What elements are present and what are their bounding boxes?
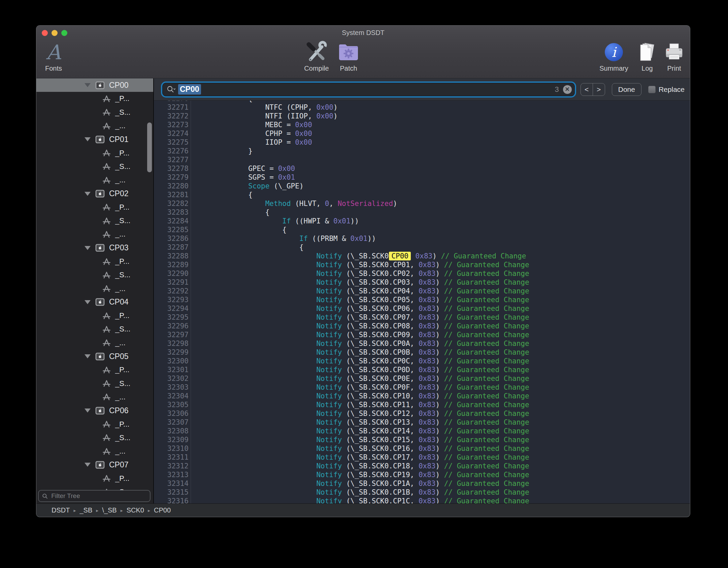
code-line-32315[interactable]: 32315 Notify (\_SB.SCK0.CP1B, 0x83) // G… xyxy=(154,488,690,497)
code-text[interactable]: Notify (\_SB.SCK0.CP1C, 0x83) // Guarant… xyxy=(189,497,529,504)
code-text[interactable]: Notify (\_SB.SCK0.CP14, 0x83) // Guarant… xyxy=(189,427,529,435)
code-line-32284[interactable]: 32284 If ((HWPI & 0x01)) xyxy=(154,217,690,225)
code-line-32295[interactable]: 32295 Notify (\_SB.SCK0.CP07, 0x83) // G… xyxy=(154,313,690,322)
tree-item-_P[interactable]: _P... xyxy=(36,417,153,431)
disclosure-triangle-icon[interactable] xyxy=(85,83,91,87)
code-line-32280[interactable]: 32280 Scope (\_GPE) xyxy=(154,182,690,190)
breadcrumb-item-CP00[interactable]: CP00 xyxy=(154,506,171,514)
code-line-32290[interactable]: 32290 Notify (\_SB.SCK0.CP02, 0x83) // G… xyxy=(154,269,690,278)
code-text[interactable]: Notify (\_SB.SCK0.CP07, 0x83) // Guarant… xyxy=(189,313,529,322)
code-line-32278[interactable]: 32278 GPEC = 0x00 xyxy=(154,164,690,173)
tree-item-CP03[interactable]: CP03 xyxy=(36,241,153,255)
code-text[interactable]: Notify (\_SB.SCK0.CP13, 0x83) // Guarant… xyxy=(189,418,529,427)
code-line-32304[interactable]: 32304 Notify (\_SB.SCK0.CP10, 0x83) // G… xyxy=(154,392,690,400)
code-text[interactable]: { xyxy=(189,225,287,234)
find-next-button[interactable]: > xyxy=(593,83,605,96)
replace-checkbox[interactable] xyxy=(648,86,656,93)
code-text[interactable]: Method (HLVT, 0, NotSerialized) xyxy=(189,199,397,208)
code-text[interactable]: MEBC = 0x00 xyxy=(189,120,312,129)
code-line-32276[interactable]: 32276 } xyxy=(154,147,690,155)
code-text[interactable]: CPHP = 0x00 xyxy=(189,129,312,138)
disclosure-triangle-icon[interactable] xyxy=(85,192,91,196)
tree-item-_P[interactable]: _P... xyxy=(36,201,153,214)
code-text[interactable]: { xyxy=(189,190,253,199)
code-text[interactable]: NTFC (CPHP, 0x00) xyxy=(189,103,338,112)
code-text[interactable] xyxy=(189,155,214,164)
code-text[interactable]: Scope (\_GPE) xyxy=(189,182,304,190)
tree-item-_[interactable]: _... xyxy=(36,390,153,404)
filter-tree-box[interactable] xyxy=(38,490,151,502)
code-line-32306[interactable]: 32306 Notify (\_SB.SCK0.CP12, 0x83) // G… xyxy=(154,409,690,418)
code-text[interactable]: } xyxy=(189,147,253,155)
code-text[interactable]: Notify (\_SB.SCK0.CP17, 0x83) // Guarant… xyxy=(189,453,529,462)
clear-search-icon[interactable]: ✕ xyxy=(563,85,572,94)
filter-tree-input[interactable] xyxy=(51,492,146,500)
code-line-32301[interactable]: 32301 Notify (\_SB.SCK0.CP0D, 0x83) // G… xyxy=(154,365,690,374)
disclosure-triangle-icon[interactable] xyxy=(85,409,91,413)
code-text[interactable]: Notify (\_SB.SCK0.CP15, 0x83) // Guarant… xyxy=(189,435,529,444)
code-line-32275[interactable]: 32275 IIOP = 0x00 xyxy=(154,138,690,147)
code-text[interactable]: Notify (\_SB.SCK0.CP0F, 0x83) // Guarant… xyxy=(189,383,529,392)
find-search-field[interactable]: CP00 3 ✕ xyxy=(163,83,574,96)
code-text[interactable]: { xyxy=(189,208,269,217)
tree-item-_P[interactable]: _P... xyxy=(36,363,153,377)
code-text[interactable]: Notify (\_SB.SCK0.CP0A, 0x83) // Guarant… xyxy=(189,339,529,348)
code-text[interactable]: Notify (\_SB.SCK0.CP0D, 0x83) // Guarant… xyxy=(189,365,529,374)
tree-item-CP01[interactable]: CP01 xyxy=(36,133,153,146)
code-text[interactable]: Notify (\_SB.SCK0.CP12, 0x83) // Guarant… xyxy=(189,409,529,418)
code-text[interactable]: Notify (\_SB.SCK0.CP04, 0x83) // Guarant… xyxy=(189,287,529,295)
tree-item-_[interactable]: _... xyxy=(36,445,153,458)
disclosure-triangle-icon[interactable] xyxy=(85,354,91,358)
code-text[interactable]: Notify (\_SB.SCK0.CP01, 0x83) // Guarant… xyxy=(189,260,529,269)
tree-item-_S[interactable]: _S... xyxy=(36,106,153,119)
code-text[interactable]: Notify (\_SB.SCK0.CP09, 0x83) // Guarant… xyxy=(189,330,529,339)
tree-item-CP00[interactable]: CP00 xyxy=(36,78,153,92)
code-line-32270[interactable]: 32270 { xyxy=(154,101,690,103)
code-line-32286[interactable]: 32286 If ((PRBM & 0x01)) xyxy=(154,234,690,243)
code-text[interactable]: Notify (\_SB.SCK0.CP02, 0x83) // Guarant… xyxy=(189,269,529,278)
code-text[interactable]: { xyxy=(189,101,253,103)
breadcrumb-item-_SB[interactable]: _SB xyxy=(79,506,92,514)
code-text[interactable]: Notify (\_SB.SCK0.CP0B, 0x83) // Guarant… xyxy=(189,348,529,357)
code-text[interactable]: Notify (\_SB.SCK0.CP05, 0x83) // Guarant… xyxy=(189,295,529,304)
code-editor[interactable]: 32270 {32271 NTFC (CPHP, 0x00)32272 NTFI… xyxy=(154,101,690,504)
tree-item-_P[interactable]: _P... xyxy=(36,255,153,268)
code-text[interactable]: Notify (\_SB.SCK0.CP03, 0x83) // Guarant… xyxy=(189,278,529,287)
code-text[interactable]: Notify (\_SB.SCK0.CP0C, 0x83) // Guarant… xyxy=(189,357,529,365)
code-text[interactable]: If ((HWPI & 0x01)) xyxy=(189,217,359,225)
compile-button[interactable]: Compile xyxy=(296,40,337,75)
code-line-32316[interactable]: 32316 Notify (\_SB.SCK0.CP1C, 0x83) // G… xyxy=(154,497,690,504)
code-line-32309[interactable]: 32309 Notify (\_SB.SCK0.CP15, 0x83) // G… xyxy=(154,435,690,444)
sidebar-scrollbar[interactable] xyxy=(147,122,152,172)
code-line-32311[interactable]: 32311 Notify (\_SB.SCK0.CP17, 0x83) // G… xyxy=(154,453,690,462)
code-line-32313[interactable]: 32313 Notify (\_SB.SCK0.CP19, 0x83) // G… xyxy=(154,470,690,479)
code-line-32296[interactable]: 32296 Notify (\_SB.SCK0.CP08, 0x83) // G… xyxy=(154,322,690,330)
code-line-32272[interactable]: 32272 NTFI (IIOP, 0x00) xyxy=(154,112,690,120)
code-text[interactable]: NTFI (IIOP, 0x00) xyxy=(189,112,338,120)
tree-item-_P[interactable]: _P... xyxy=(36,92,153,105)
code-text[interactable]: If ((PRBM & 0x01)) xyxy=(189,234,376,243)
code-line-32303[interactable]: 32303 Notify (\_SB.SCK0.CP0F, 0x83) // G… xyxy=(154,383,690,392)
tree-item-_S[interactable]: _S... xyxy=(36,268,153,282)
code-line-32292[interactable]: 32292 Notify (\_SB.SCK0.CP04, 0x83) // G… xyxy=(154,287,690,295)
code-line-32273[interactable]: 32273 MEBC = 0x00 xyxy=(154,120,690,129)
code-line-32302[interactable]: 32302 Notify (\_SB.SCK0.CP0E, 0x83) // G… xyxy=(154,374,690,383)
disclosure-triangle-icon[interactable] xyxy=(85,463,91,467)
tree-item-_S[interactable]: _S... xyxy=(36,485,153,490)
tree-item-CP02[interactable]: CP02 xyxy=(36,187,153,200)
tree-item-_S[interactable]: _S... xyxy=(36,160,153,173)
breadcrumb-item-_SB[interactable]: \_SB xyxy=(102,506,117,514)
code-line-32289[interactable]: 32289 Notify (\_SB.SCK0.CP01, 0x83) // G… xyxy=(154,260,690,269)
code-text[interactable]: Notify (\_SB.SCK0.CP18, 0x83) // Guarant… xyxy=(189,462,529,470)
disclosure-triangle-icon[interactable] xyxy=(85,137,91,141)
tree-item-CP07[interactable]: CP07 xyxy=(36,458,153,471)
code-line-32271[interactable]: 32271 NTFC (CPHP, 0x00) xyxy=(154,103,690,112)
tree-item-CP04[interactable]: CP04 xyxy=(36,295,153,309)
tree-item-_P[interactable]: _P... xyxy=(36,309,153,322)
tree-item-_[interactable]: _... xyxy=(36,119,153,133)
tree-item-_S[interactable]: _S... xyxy=(36,322,153,336)
code-text[interactable]: Notify (\_SB.SCK0.CP0E, 0x83) // Guarant… xyxy=(189,374,529,383)
code-line-32274[interactable]: 32274 CPHP = 0x00 xyxy=(154,129,690,138)
code-line-32277[interactable]: 32277 xyxy=(154,155,690,164)
tree-item-_S[interactable]: _S... xyxy=(36,377,153,390)
